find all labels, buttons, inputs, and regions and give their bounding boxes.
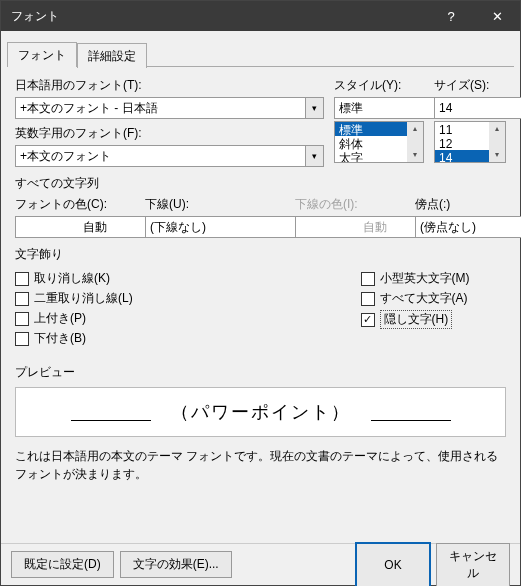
section-all-chars: すべての文字列 xyxy=(15,175,506,192)
check-sub[interactable]: 下付き(B) xyxy=(15,330,261,347)
help-button[interactable]: ? xyxy=(428,1,474,31)
ok-button[interactable]: OK xyxy=(356,543,430,587)
tab-font[interactable]: フォント xyxy=(7,42,77,67)
style-option: 標準 xyxy=(335,122,407,136)
jp-font-input[interactable] xyxy=(15,97,306,119)
en-font-input[interactable] xyxy=(15,145,306,167)
size-listbox[interactable]: 11 12 14 ▴▾ xyxy=(434,121,506,163)
size-option: 11 xyxy=(435,122,489,136)
check-smallcaps[interactable]: 小型英大文字(M) xyxy=(361,270,507,287)
preview-box: （パワーポイント） xyxy=(15,387,506,437)
size-input[interactable] xyxy=(434,97,521,119)
label-underline-color: 下線の色(I): xyxy=(295,196,405,213)
style-option: 斜体 xyxy=(335,136,407,150)
underline-combo[interactable] xyxy=(145,216,305,238)
label-en-font: 英数字用のフォント(F): xyxy=(15,125,324,142)
window-title: フォント xyxy=(1,8,59,25)
emphasis-combo[interactable] xyxy=(415,216,521,238)
tab-advanced[interactable]: 詳細設定 xyxy=(77,43,147,68)
check-super[interactable]: 上付き(P) xyxy=(15,310,261,327)
check-allcaps[interactable]: すべて大文字(A) xyxy=(361,290,507,307)
en-font-dropdown[interactable]: ▾ xyxy=(306,145,324,167)
label-emphasis: 傍点(:) xyxy=(415,196,501,213)
check-strike[interactable]: 取り消し線(K) xyxy=(15,270,261,287)
cancel-button[interactable]: キャンセル xyxy=(436,543,510,587)
check-hidden[interactable]: ✓隠し文字(H) xyxy=(361,310,507,329)
jp-font-dropdown[interactable]: ▾ xyxy=(306,97,324,119)
label-font-color: フォントの色(C): xyxy=(15,196,135,213)
section-decor: 文字飾り xyxy=(15,246,506,263)
label-size: サイズ(S): xyxy=(434,77,506,94)
close-button[interactable]: ✕ xyxy=(474,1,520,31)
preview-description: これは日本語用の本文のテーマ フォントです。現在の文書のテーマによって、使用され… xyxy=(15,447,506,483)
style-listbox[interactable]: 標準 斜体 太字 ▴▾ xyxy=(334,121,424,163)
style-option: 太字 xyxy=(335,150,407,163)
set-default-button[interactable]: 既定に設定(D) xyxy=(11,551,114,578)
section-preview: プレビュー xyxy=(15,364,506,381)
size-option: 12 xyxy=(435,136,489,150)
label-style: スタイル(Y): xyxy=(334,77,424,94)
text-effects-button[interactable]: 文字の効果(E)... xyxy=(120,551,232,578)
label-jp-font: 日本語用のフォント(T): xyxy=(15,77,324,94)
size-option: 14 xyxy=(435,150,489,163)
check-dstrike[interactable]: 二重取り消し線(L) xyxy=(15,290,261,307)
label-underline: 下線(U): xyxy=(145,196,285,213)
